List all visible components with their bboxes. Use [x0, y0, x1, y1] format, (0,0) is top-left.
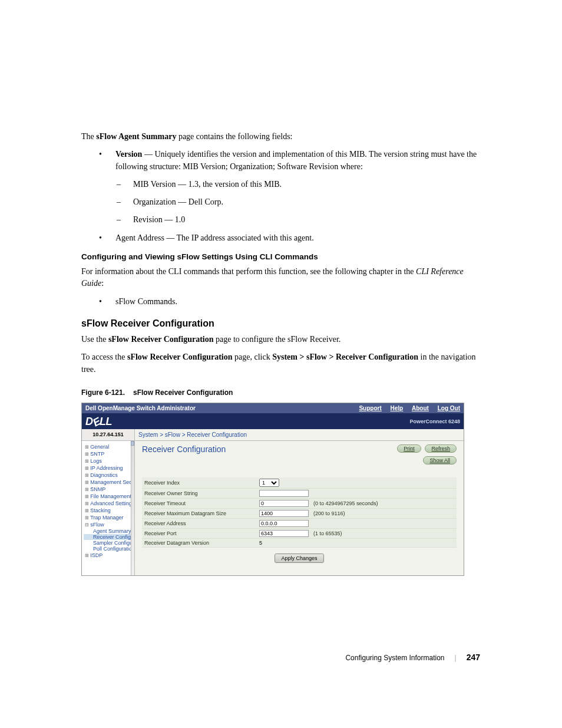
row-port: Receiver Port (1 to 65535): [142, 528, 457, 538]
figure-caption: Figure 6-121.sFlow Receiver Configuratio…: [81, 388, 482, 397]
field-hint: (1 to 65535): [311, 528, 457, 538]
scrollbar[interactable]: [131, 441, 134, 575]
receiver-index-select[interactable]: 1: [259, 479, 279, 487]
print-button[interactable]: Print: [397, 444, 421, 453]
window-titlebar: Dell OpenManage Switch Administrator Sup…: [82, 403, 464, 413]
tree-sub-receiver-config[interactable]: Receiver Configu: [84, 534, 133, 540]
text: Organization — Dell Corp.: [133, 196, 223, 208]
owner-string-input[interactable]: [259, 490, 309, 497]
text-bold: sFlow Receiver Configuration: [127, 353, 233, 361]
bullet-sflow-cmds: • sFlow Commands.: [99, 296, 482, 308]
field-hint: [311, 477, 457, 489]
text: For information about the CLI commands t…: [81, 267, 416, 276]
config-form-table: Receiver Index 1 Receiver Owner String: [142, 477, 457, 548]
dell-logo: DELL: [85, 416, 112, 428]
text-bold: sFlow Agent Summary: [96, 132, 176, 141]
page-number: 247: [467, 653, 480, 662]
footer-section: Configuring System Information: [345, 654, 444, 662]
tree-item-isdp[interactable]: ISDP: [84, 552, 133, 559]
tree-item-general[interactable]: General: [84, 443, 133, 450]
text: :: [101, 279, 104, 288]
tree-item-sntp[interactable]: SNTP: [84, 450, 133, 457]
row-owner-string: Receiver Owner String: [142, 488, 457, 498]
field-label: Receiver Port: [142, 528, 257, 538]
tree-sub-agent-summary[interactable]: Agent Summary: [84, 528, 133, 534]
apply-row: Apply Changes: [142, 548, 457, 563]
breadcrumb-item[interactable]: System: [138, 431, 158, 438]
breadcrumb-item[interactable]: sFlow: [165, 431, 180, 438]
text: To access the: [81, 353, 127, 361]
tree-item-diagnostics[interactable]: Diagnostics: [84, 472, 133, 479]
row-timeout: Receiver Timeout (0 to 4294967295 second…: [142, 498, 457, 508]
page-footer: Configuring System Information | 247: [81, 653, 482, 663]
field-label: Receiver Address: [142, 518, 257, 528]
tree-item-snmp[interactable]: SNMP: [84, 486, 133, 493]
tree-item-logs[interactable]: Logs: [84, 457, 133, 465]
figure-number: Figure 6-121.: [81, 388, 125, 397]
text: Use the: [81, 335, 108, 344]
bullet-dash: –: [117, 179, 133, 190]
bullet-dot: •: [99, 296, 115, 308]
footer-separator: |: [455, 653, 457, 662]
field-hint: [311, 518, 457, 528]
bullet-dot: •: [99, 232, 115, 244]
tree-sub-sampler-config[interactable]: Sampler Configur: [84, 540, 133, 546]
nav-tree: General SNTP Logs IP Addressing Diagnost…: [82, 441, 135, 575]
product-label: PowerConnect 6248: [409, 419, 460, 424]
text: page, click: [233, 353, 273, 361]
device-ip: 10.27.64.151: [82, 429, 135, 441]
subbullet-org: – Organization — Dell Corp.: [117, 196, 482, 208]
field-label: Receiver Maximum Datagram Size: [142, 508, 257, 518]
tree-item-trap-manager[interactable]: Trap Manager: [84, 514, 133, 521]
main-area: General SNTP Logs IP Addressing Diagnost…: [82, 441, 464, 575]
field-label: Receiver Timeout: [142, 498, 257, 508]
page-title: Receiver Configuration: [142, 444, 226, 454]
row-receiver-index: Receiver Index 1: [142, 477, 457, 489]
text-bold: Version: [115, 150, 142, 159]
field-label: Receiver Datagram Version: [142, 538, 257, 547]
address-input[interactable]: [259, 520, 309, 527]
action-buttons: Print Refresh Show All: [395, 444, 457, 465]
intro-paragraph: The sFlow Agent Summary page contains th…: [81, 131, 482, 143]
figure-title: sFlow Receiver Configuration: [133, 388, 233, 397]
tree-item-sflow[interactable]: sFlow: [84, 521, 133, 528]
row-max-datagram: Receiver Maximum Datagram Size (200 to 9…: [142, 508, 457, 518]
text: — Uniquely identifies the version and im…: [115, 150, 477, 170]
link-about[interactable]: About: [412, 405, 429, 411]
text-bold: sFlow Receiver Configuration: [108, 335, 214, 344]
bullet-agent-address: • Agent Address — The IP address associa…: [99, 232, 482, 244]
bullet-dash: –: [117, 214, 133, 226]
tree-item-advanced[interactable]: Advanced Settings: [84, 500, 133, 507]
link-support[interactable]: Support: [359, 405, 381, 411]
timeout-input[interactable]: [259, 500, 309, 507]
tree-sub-poll-config[interactable]: Poll Configuration: [84, 546, 133, 552]
breadcrumb: System > sFlow > Receiver Configuration: [135, 429, 464, 441]
breadcrumb-item: Receiver Configuration: [187, 431, 247, 438]
row-address: Receiver Address: [142, 518, 457, 528]
link-help[interactable]: Help: [391, 405, 404, 411]
apply-changes-button[interactable]: Apply Changes: [275, 554, 323, 563]
tree-item-stacking[interactable]: Stacking: [84, 507, 133, 514]
bullet-dash: –: [117, 196, 133, 208]
text-bold: System > sFlow > Receiver Configuration: [272, 353, 418, 361]
text: MIB Version — 1.3, the version of this M…: [133, 179, 282, 190]
scroll-up-icon[interactable]: [131, 441, 134, 446]
subbullet-rev: – Revision — 1.0: [117, 214, 482, 226]
brand-bar: DELL PowerConnect 6248: [82, 413, 464, 429]
field-hint: (200 to 9116): [311, 508, 457, 518]
refresh-button[interactable]: Refresh: [425, 444, 457, 453]
show-all-button[interactable]: Show All: [423, 456, 457, 465]
cli-paragraph: For information about the CLI commands t…: [81, 266, 482, 290]
tree-item-ip[interactable]: IP Addressing: [84, 465, 133, 472]
field-hint: [311, 488, 457, 498]
topbar-links: Support Help About Log Out: [352, 405, 460, 411]
port-input[interactable]: [259, 530, 309, 537]
subbullet-mib: – MIB Version — 1.3, the version of this…: [117, 179, 482, 190]
text: sFlow Commands.: [115, 296, 177, 308]
link-logout[interactable]: Log Out: [438, 405, 460, 411]
tree-item-mgmt-security[interactable]: Management Secur: [84, 479, 133, 486]
max-datagram-input[interactable]: [259, 510, 309, 517]
tree-item-file-management[interactable]: File Management: [84, 493, 133, 500]
text: Revision — 1.0: [133, 214, 185, 226]
admin-ui-screenshot: Dell OpenManage Switch Administrator Sup…: [81, 403, 464, 576]
